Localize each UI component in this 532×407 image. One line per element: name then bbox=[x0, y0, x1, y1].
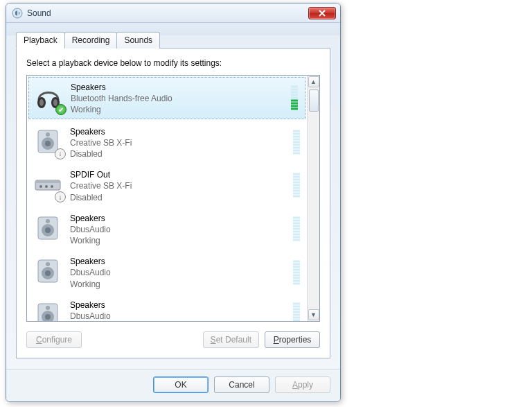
vu-meter bbox=[293, 302, 300, 321]
device-item[interactable]: SpeakersDbusAudioWorking bbox=[27, 207, 307, 251]
sound-icon bbox=[12, 8, 23, 19]
btn-label: OK bbox=[175, 380, 186, 390]
svg-point-13 bbox=[51, 185, 53, 188]
client-area: Playback Recording Sounds Select a playb… bbox=[6, 23, 340, 367]
tab-label: Recording bbox=[72, 35, 110, 45]
ok-button[interactable]: OK bbox=[153, 376, 209, 393]
scroll-up-button[interactable]: ▲ bbox=[308, 76, 319, 87]
configure-button[interactable]: Configure bbox=[26, 331, 82, 348]
vu-meter bbox=[293, 130, 300, 154]
device-status: Working bbox=[71, 104, 172, 115]
device-name: Speakers bbox=[70, 126, 132, 137]
properties-button[interactable]: Properties bbox=[265, 331, 320, 348]
speaker-icon bbox=[31, 211, 64, 245]
tabstrip: Playback Recording Sounds bbox=[16, 32, 330, 49]
close-button[interactable] bbox=[308, 7, 336, 19]
dialog-button-row: OK Cancel Apply bbox=[6, 369, 340, 401]
svg-point-3 bbox=[39, 99, 44, 106]
device-item[interactable]: SpeakersDbusAudioWorking bbox=[27, 250, 307, 294]
device-list[interactable]: ✔SpeakersBluetooth Hands-free AudioWorki… bbox=[27, 76, 307, 321]
titlebar[interactable]: Sound bbox=[6, 3, 340, 23]
tab-recording[interactable]: Recording bbox=[64, 32, 118, 49]
device-desc: Creative SB X-Fi bbox=[70, 137, 132, 148]
btn-rest: onfigure bbox=[42, 335, 72, 345]
set-default-button[interactable]: Set Default bbox=[203, 331, 259, 348]
tab-playback[interactable]: Playback bbox=[16, 32, 65, 49]
close-icon bbox=[318, 10, 326, 17]
device-item[interactable]: ↓SPDIF OutCreative SB X-FiDisabled bbox=[27, 164, 307, 207]
scroll-down-button[interactable]: ▼ bbox=[308, 309, 319, 320]
sound-dialog: Sound Playback Recording Sounds Select a… bbox=[6, 3, 341, 402]
device-text: SpeakersDbusAudioWorking bbox=[70, 254, 111, 290]
svg-rect-10 bbox=[35, 180, 60, 183]
btn-label: Cancel bbox=[229, 380, 254, 390]
device-status: Working bbox=[70, 279, 111, 290]
vu-meter bbox=[293, 216, 300, 241]
vu-meter bbox=[291, 86, 298, 110]
device-status: Disabled bbox=[70, 192, 132, 203]
speaker-icon: ↓ bbox=[31, 125, 64, 158]
device-name: SPDIF Out bbox=[70, 169, 132, 180]
headphones-icon: ✔ bbox=[32, 80, 65, 114]
device-item[interactable]: ✔SpeakersBluetooth Hands-free AudioWorki… bbox=[28, 77, 305, 119]
svg-point-20 bbox=[45, 270, 51, 276]
device-name: Speakers bbox=[70, 256, 111, 267]
vu-meter bbox=[293, 173, 300, 198]
device-desc: DbusAudio bbox=[70, 224, 111, 235]
btn-rest: roperties bbox=[279, 335, 312, 345]
device-text: SpeakersBluetooth Hands-free AudioWorkin… bbox=[71, 80, 172, 116]
svg-point-25 bbox=[46, 306, 50, 310]
device-text: SpeakersCreative SB X-FiDisabled bbox=[70, 125, 132, 160]
scrollbar[interactable]: ▲ ▼ bbox=[307, 76, 319, 321]
instruction-text: Select a playback device below to modify… bbox=[26, 58, 320, 68]
device-name: Speakers bbox=[70, 300, 111, 311]
cancel-button[interactable]: Cancel bbox=[214, 376, 269, 393]
device-desc: DbusAudio bbox=[70, 311, 111, 321]
device-status: Disabled bbox=[70, 148, 132, 159]
svg-point-16 bbox=[45, 227, 51, 233]
device-desc: DbusAudio bbox=[70, 267, 111, 278]
svg-point-17 bbox=[46, 219, 50, 223]
svg-point-8 bbox=[46, 132, 50, 137]
svg-point-21 bbox=[46, 262, 50, 266]
default-device-badge-icon: ✔ bbox=[55, 104, 66, 115]
disabled-badge-icon: ↓ bbox=[55, 148, 66, 159]
window-title: Sound bbox=[27, 8, 308, 18]
speaker-icon bbox=[31, 298, 64, 321]
apply-button[interactable]: Apply bbox=[275, 376, 330, 393]
device-name: Speakers bbox=[70, 213, 111, 224]
device-list-container: ✔SpeakersBluetooth Hands-free AudioWorki… bbox=[26, 75, 320, 322]
device-desc: Bluetooth Hands-free Audio bbox=[71, 93, 172, 104]
btn-rest: et Default bbox=[216, 335, 251, 345]
svg-point-24 bbox=[45, 314, 51, 320]
btn-rest: pply bbox=[298, 380, 313, 390]
device-desc: Creative SB X-Fi bbox=[70, 180, 132, 191]
device-status: Working bbox=[70, 235, 111, 246]
tab-label: Playback bbox=[24, 35, 57, 45]
svg-point-11 bbox=[39, 185, 42, 188]
tab-label: Sounds bbox=[124, 35, 152, 45]
device-text: SpeakersDbusAudioWorking bbox=[70, 211, 111, 247]
svg-point-7 bbox=[45, 141, 51, 146]
svg-point-12 bbox=[45, 185, 48, 188]
tab-sounds[interactable]: Sounds bbox=[116, 32, 160, 49]
scroll-thumb[interactable] bbox=[309, 89, 319, 112]
disabled-badge-icon: ↓ bbox=[55, 191, 66, 202]
device-item[interactable]: ↓SpeakersCreative SB X-FiDisabled bbox=[27, 121, 307, 164]
spdif-icon: ↓ bbox=[31, 168, 64, 201]
device-item[interactable]: SpeakersDbusAudio bbox=[27, 294, 307, 321]
vu-meter bbox=[293, 260, 300, 284]
tab-panel-playback: Select a playback device below to modify… bbox=[16, 48, 330, 358]
device-text: SpeakersDbusAudio bbox=[70, 298, 111, 321]
panel-button-row: Configure Set Default Properties bbox=[26, 331, 320, 348]
device-name: Speakers bbox=[71, 82, 172, 93]
device-text: SPDIF OutCreative SB X-FiDisabled bbox=[70, 168, 132, 203]
speaker-icon bbox=[31, 254, 64, 288]
